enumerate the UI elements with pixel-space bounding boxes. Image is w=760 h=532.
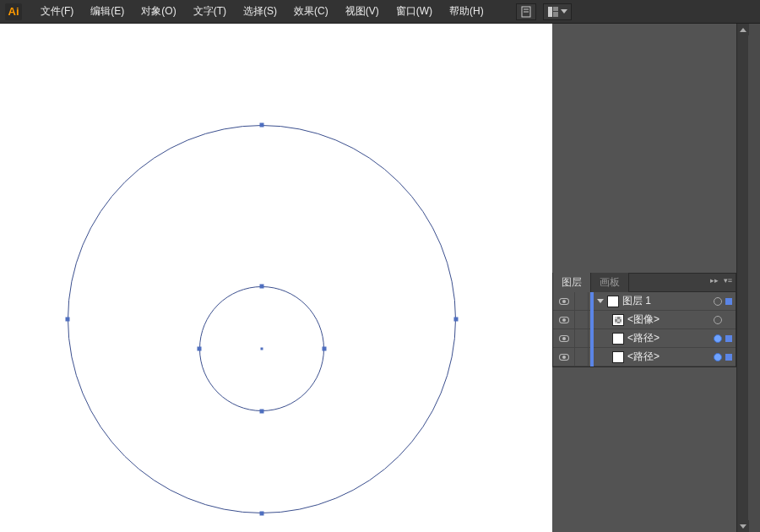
lock-toggle[interactable] bbox=[575, 348, 589, 366]
right-dock: 图层 画板 ▸▸ ▾≡ 图层 1 bbox=[552, 24, 748, 532]
svg-rect-3 bbox=[548, 7, 552, 17]
layer-row[interactable]: <路径> bbox=[553, 348, 736, 366]
eye-icon bbox=[559, 354, 569, 361]
svg-rect-5 bbox=[553, 12, 558, 17]
layer-thumb bbox=[612, 333, 624, 345]
layer-row[interactable]: <图像> bbox=[553, 311, 736, 329]
visibility-toggle[interactable] bbox=[553, 292, 575, 311]
target-ring-icon[interactable] bbox=[714, 297, 722, 306]
expand-triangle-icon[interactable] bbox=[597, 299, 604, 303]
anchor-point[interactable] bbox=[260, 512, 264, 516]
eye-icon bbox=[559, 317, 569, 323]
layer-color-bar bbox=[590, 292, 594, 311]
visibility-toggle[interactable] bbox=[553, 329, 575, 348]
target-ring-icon[interactable] bbox=[714, 316, 722, 324]
layer-thumb bbox=[607, 296, 619, 307]
lock-toggle[interactable] bbox=[575, 311, 589, 329]
anchor-point[interactable] bbox=[66, 318, 70, 322]
chevron-down-icon bbox=[561, 9, 567, 14]
panel-menu-icon[interactable]: ▾≡ bbox=[724, 276, 732, 285]
menu-object[interactable]: 对象(O) bbox=[134, 3, 182, 20]
svg-rect-4 bbox=[553, 7, 558, 11]
layer-name[interactable]: <图像> bbox=[627, 312, 714, 327]
menu-window[interactable]: 窗口(W) bbox=[389, 3, 439, 20]
menu-edit[interactable]: 编辑(E) bbox=[84, 3, 131, 20]
tab-artboards[interactable]: 画板 bbox=[591, 273, 629, 292]
visibility-toggle[interactable] bbox=[553, 311, 575, 329]
menu-file[interactable]: 文件(F) bbox=[34, 3, 80, 20]
layer-name[interactable]: <路径> bbox=[627, 350, 714, 364]
layer-thumb-image bbox=[612, 314, 624, 326]
anchor-point[interactable] bbox=[260, 123, 264, 128]
layer-color-bar bbox=[590, 311, 594, 329]
selection-indicator[interactable] bbox=[725, 335, 732, 342]
lock-toggle[interactable] bbox=[575, 329, 589, 348]
anchor-point[interactable] bbox=[323, 347, 327, 351]
layers-list: 图层 1 <图像> bbox=[553, 292, 736, 366]
menu-view[interactable]: 视图(V) bbox=[339, 3, 386, 20]
layer-color-bar bbox=[590, 348, 594, 366]
top-menubar: Ai 文件(F) 编辑(E) 对象(O) 文字(T) 选择(S) 效果(C) 视… bbox=[0, 0, 760, 24]
lock-toggle[interactable] bbox=[575, 292, 589, 311]
anchor-point[interactable] bbox=[198, 347, 202, 351]
target-ring-icon[interactable] bbox=[714, 353, 722, 361]
layer-row[interactable]: <路径> bbox=[553, 329, 736, 348]
tab-layers[interactable]: 图层 bbox=[553, 273, 591, 292]
layer-row[interactable]: 图层 1 bbox=[553, 292, 736, 311]
canvas[interactable] bbox=[0, 24, 552, 532]
selection-indicator[interactable] bbox=[725, 317, 732, 323]
menu-type[interactable]: 文字(T) bbox=[187, 3, 233, 20]
anchor-point[interactable] bbox=[454, 318, 459, 322]
menu-select[interactable]: 选择(S) bbox=[236, 3, 284, 20]
target-ring-icon[interactable] bbox=[714, 334, 722, 343]
selection-indicator[interactable] bbox=[725, 298, 732, 305]
menu-help[interactable]: 帮助(H) bbox=[442, 3, 491, 20]
app-logo: Ai bbox=[5, 3, 22, 20]
workspace: 图层 画板 ▸▸ ▾≡ 图层 1 bbox=[0, 24, 760, 532]
arrange-icon[interactable] bbox=[543, 3, 572, 20]
selection-indicator[interactable] bbox=[725, 354, 732, 361]
menu-effect[interactable]: 效果(C) bbox=[287, 3, 335, 20]
eye-icon bbox=[559, 335, 569, 342]
visibility-toggle[interactable] bbox=[553, 348, 575, 366]
chevron-up-icon bbox=[740, 28, 746, 32]
center-point bbox=[261, 348, 263, 350]
anchor-point[interactable] bbox=[260, 410, 264, 414]
layer-name[interactable]: <路径> bbox=[627, 331, 714, 345]
scroll-up-button[interactable] bbox=[737, 24, 749, 35]
panel-tabstrip: 图层 画板 ▸▸ ▾≡ bbox=[553, 274, 736, 292]
eye-icon bbox=[559, 298, 569, 305]
vertical-scrollbar[interactable] bbox=[736, 24, 748, 532]
layer-name[interactable]: 图层 1 bbox=[622, 294, 714, 308]
layer-thumb bbox=[612, 351, 624, 363]
scroll-down-button[interactable] bbox=[737, 520, 749, 532]
layer-color-bar bbox=[590, 329, 594, 348]
layers-panel: 图层 画板 ▸▸ ▾≡ 图层 1 bbox=[552, 273, 736, 367]
doc-setup-icon[interactable] bbox=[516, 3, 536, 20]
chevron-down-icon bbox=[740, 524, 746, 529]
anchor-point[interactable] bbox=[260, 285, 264, 289]
panel-collapse-icon[interactable]: ▸▸ bbox=[710, 276, 719, 285]
